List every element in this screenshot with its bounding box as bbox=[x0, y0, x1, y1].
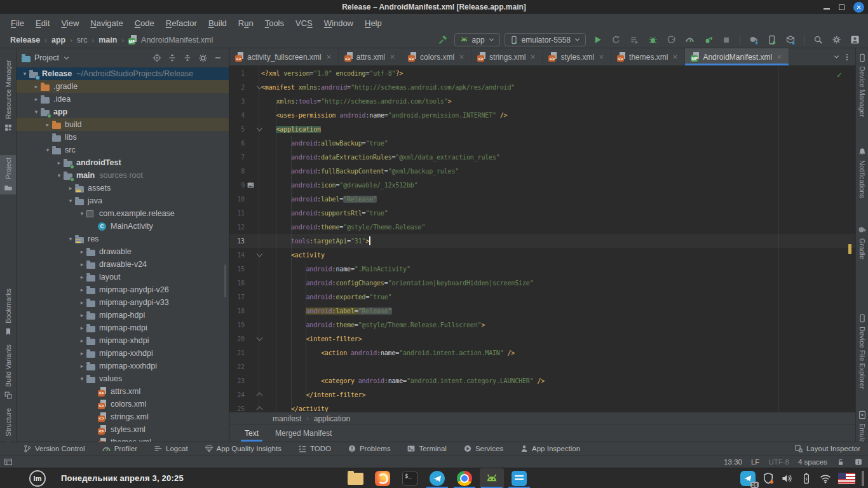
tool-button-app-inspection[interactable]: App Inspection bbox=[520, 444, 580, 453]
tool-button-logcat[interactable]: Logcat bbox=[154, 444, 188, 453]
tab-activity_fullscreen.xml[interactable]: activity_fullscreen.xml bbox=[229, 48, 339, 65]
wifi-icon[interactable] bbox=[819, 472, 832, 485]
event-alert-icon[interactable] bbox=[854, 458, 863, 466]
dock-item-docs[interactable] bbox=[507, 468, 531, 488]
keyboard-layout-flag-icon[interactable] bbox=[838, 473, 855, 484]
sidebar-item-structure[interactable]: Structure bbox=[0, 405, 16, 442]
tree-chevron-icon[interactable]: ▾ bbox=[20, 71, 29, 77]
tree-row-mipmap-xxxhdpi[interactable]: ▸mipmap-xxxhdpi bbox=[17, 360, 229, 372]
tree-chevron-icon[interactable]: ▸ bbox=[78, 261, 86, 268]
dock-item-terminal[interactable]: $_ bbox=[398, 468, 422, 488]
tree-row-libs[interactable]: libs bbox=[17, 131, 229, 144]
tree-chevron-icon[interactable]: ▸ bbox=[32, 83, 41, 90]
tree-chevron-icon[interactable]: ▸ bbox=[55, 159, 64, 166]
close-icon[interactable] bbox=[325, 53, 332, 60]
tree-row-themes.xml[interactable]: themes.xml bbox=[17, 436, 229, 442]
code-line-13[interactable]: 13 tools:targetApi="31"> bbox=[229, 234, 855, 248]
code-line-23[interactable]: 23 <category android:name="android.inten… bbox=[229, 374, 855, 388]
tree-row-mipmap-anydpi-v33[interactable]: ▸mipmap-anydpi-v33 bbox=[17, 296, 229, 309]
tree-row-styles.xml[interactable]: styles.xml bbox=[17, 423, 229, 436]
tab-colors.xml[interactable]: colors.xml bbox=[402, 48, 471, 65]
tree-chevron-icon[interactable]: ▾ bbox=[78, 376, 86, 382]
collapse-all-icon[interactable] bbox=[182, 52, 193, 64]
tab-strings.xml[interactable]: strings.xml bbox=[471, 48, 543, 65]
tree-chevron-icon[interactable]: ▾ bbox=[43, 147, 52, 153]
tree-chevron-icon[interactable]: ▸ bbox=[43, 121, 52, 128]
tree-row-app[interactable]: ▾app bbox=[17, 105, 229, 118]
tab-attrs.xml[interactable]: attrs.xml bbox=[339, 48, 402, 65]
mint-menu-icon[interactable]: lm bbox=[29, 470, 46, 487]
tree-row-java[interactable]: ▾java bbox=[17, 194, 229, 207]
stop-icon[interactable] bbox=[719, 33, 733, 47]
menu-item-code[interactable]: Code bbox=[129, 18, 160, 28]
tree-row-src[interactable]: ▾src bbox=[17, 144, 229, 156]
close-icon[interactable] bbox=[672, 53, 679, 60]
code-line-19[interactable]: 19 android:theme="@style/Theme.Release.F… bbox=[229, 318, 855, 332]
sidebar-item-device-file-explorer[interactable]: Device File Explorer bbox=[856, 311, 868, 391]
build-hammer-icon[interactable] bbox=[436, 33, 450, 47]
chevron-down-icon[interactable] bbox=[63, 55, 70, 62]
tree-chevron-icon[interactable]: ▸ bbox=[78, 337, 86, 344]
gear-icon[interactable] bbox=[829, 33, 843, 47]
breadcrumb-application[interactable]: application bbox=[314, 414, 350, 423]
sidebar-item-device-manager[interactable]: Device Manager bbox=[856, 51, 868, 119]
tree-row-.gradle[interactable]: ▸.gradle bbox=[17, 80, 229, 93]
tree-row-mipmap-xxhdpi[interactable]: ▸mipmap-xxhdpi bbox=[17, 347, 229, 360]
tool-button-version-control[interactable]: Version Control bbox=[23, 444, 85, 453]
tree-row-main[interactable]: ▾mainsources root bbox=[17, 169, 229, 182]
tool-button-profiler[interactable]: Profiler bbox=[102, 444, 137, 454]
tree-row-androidTest[interactable]: ▸androidTest bbox=[17, 156, 229, 169]
sdk-manager-icon[interactable] bbox=[783, 33, 797, 47]
ok-check-icon[interactable]: ✓ bbox=[837, 70, 842, 79]
tree-row-res[interactable]: ▾res bbox=[17, 233, 229, 245]
maximize-icon[interactable] bbox=[839, 4, 844, 10]
tool-button-todo[interactable]: TODO bbox=[298, 444, 331, 453]
breadcrumb-manifest[interactable]: manifest bbox=[273, 414, 301, 423]
tree-row-mipmap-mdpi[interactable]: ▸mipmap-mdpi bbox=[17, 322, 229, 334]
expand-all-icon[interactable] bbox=[166, 52, 178, 64]
code-line-14[interactable]: 14 <activity bbox=[229, 248, 855, 262]
battery-icon[interactable] bbox=[800, 472, 813, 485]
dock-item-files[interactable] bbox=[343, 468, 367, 488]
tool-button-layout-inspector[interactable]: Layout Inspector bbox=[794, 444, 868, 453]
tab-AndroidManifest.xml[interactable]: AndroidManifest.xml bbox=[685, 48, 789, 65]
tree-chevron-icon[interactable]: ▸ bbox=[78, 274, 86, 280]
menu-item-run[interactable]: Run bbox=[233, 18, 259, 28]
code-line-4[interactable]: 4 <uses-permission android:name="android… bbox=[229, 108, 855, 122]
file-encoding[interactable]: UTF-8 bbox=[768, 458, 789, 466]
dock-item-chrome[interactable] bbox=[452, 468, 477, 488]
breadcrumb-item-main[interactable]: main bbox=[98, 36, 117, 44]
tree-row-mipmap-hdpi[interactable]: ▸mipmap-hdpi bbox=[17, 309, 229, 322]
code-line-20[interactable]: 20 <intent-filter> bbox=[229, 332, 855, 346]
hide-panel-icon[interactable] bbox=[212, 52, 224, 64]
menu-item-edit[interactable]: Edit bbox=[30, 18, 55, 28]
code-line-22[interactable]: 22 bbox=[229, 360, 855, 374]
code-line-10[interactable]: 10 android:label="Release" bbox=[229, 192, 855, 206]
tree-scrollbar[interactable] bbox=[224, 264, 226, 297]
code-line-25[interactable]: 25 </activity bbox=[229, 402, 855, 412]
code-line-12[interactable]: 12 android:theme="@style/Theme.Release" bbox=[229, 220, 855, 234]
tree-row-layout[interactable]: ▸layout bbox=[17, 271, 229, 283]
tree-row-drawable[interactable]: ▸drawable bbox=[17, 245, 229, 258]
tree-chevron-icon[interactable]: ▾ bbox=[55, 172, 64, 179]
tree-chevron-icon[interactable]: ▾ bbox=[66, 198, 75, 204]
dock-item-firefox[interactable] bbox=[370, 468, 395, 488]
breadcrumb-item-app[interactable]: app bbox=[51, 36, 65, 44]
tree-row-mipmap-xhdpi[interactable]: ▸mipmap-xhdpi bbox=[17, 334, 229, 347]
tree-chevron-icon[interactable]: ▾ bbox=[32, 109, 41, 115]
code-line-17[interactable]: 17 android:exported="true" bbox=[229, 290, 855, 304]
tree-row-assets[interactable]: ▸assets bbox=[17, 182, 229, 194]
menu-item-refactor[interactable]: Refactor bbox=[160, 18, 203, 28]
rerun-icon[interactable] bbox=[609, 33, 623, 47]
tool-button-problems[interactable]: Problems bbox=[348, 444, 391, 453]
minimize-icon[interactable] bbox=[824, 8, 830, 10]
coverage-icon[interactable] bbox=[664, 33, 678, 47]
volume-icon[interactable] bbox=[781, 472, 794, 485]
gradle-sync-icon[interactable] bbox=[747, 33, 761, 47]
menu-item-help[interactable]: Help bbox=[359, 18, 388, 28]
breadcrumb-item-src[interactable]: src bbox=[77, 36, 88, 44]
shield-icon[interactable] bbox=[762, 472, 775, 485]
tree-chevron-icon[interactable]: ▸ bbox=[66, 185, 75, 191]
tree-chevron-icon[interactable]: ▸ bbox=[78, 248, 86, 255]
profile-rerun-icon[interactable] bbox=[701, 33, 715, 47]
